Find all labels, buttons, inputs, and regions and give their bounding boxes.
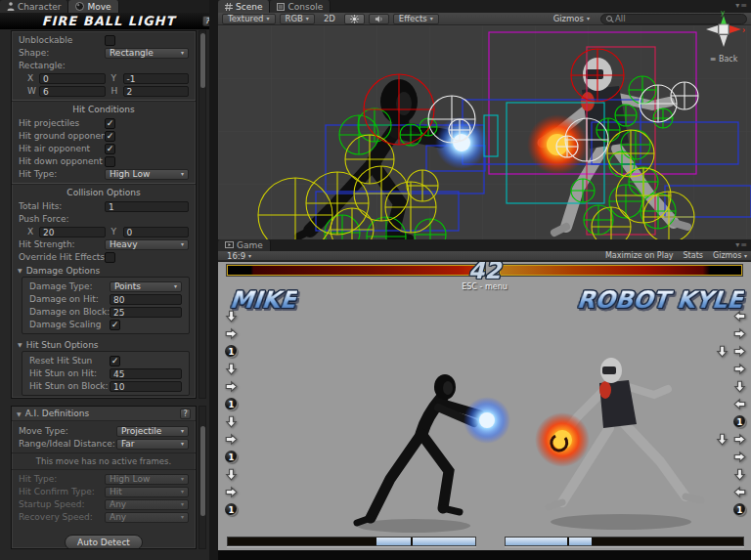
tab-game[interactable]: Game: [218, 239, 271, 251]
push-xy-row: X 20 Y 0: [12, 226, 196, 237]
game-pane: Game ▾≡ 16:9 ▾ Maximize on Play Stats Gi…: [218, 239, 751, 560]
forward-arrow-icon: [225, 486, 238, 498]
dropdown-caret-icon: ▾: [174, 283, 177, 289]
damage-on-hit-row: Damage on Hit: 80: [22, 293, 189, 305]
dropdown-caret-icon: ▾: [267, 16, 270, 22]
hit-type-dropdown[interactable]: High Low ▾: [105, 169, 189, 180]
button-1-icon: 1: [225, 451, 238, 463]
game-toolbar: 16:9 ▾ Maximize on Play Stats Gizmos ▾: [218, 251, 751, 261]
damage-scaling-checkbox[interactable]: ✓: [110, 320, 120, 330]
ai-definitions-header[interactable]: ▼ A.I. Definitions ?: [12, 407, 196, 421]
hit-stun-on-block-field[interactable]: 10: [110, 381, 182, 392]
ai-help-button[interactable]: ?: [180, 409, 191, 419]
input-history-row: [701, 345, 746, 358]
inspector-pane: Character Move FIRE BALL LIGHT ? Unblock…: [0, 0, 217, 560]
input-history-row: 1: [701, 415, 746, 428]
tab-move[interactable]: Move: [68, 0, 118, 13]
tab-console[interactable]: Console: [270, 0, 331, 13]
forward-arrow-icon: [733, 451, 746, 463]
hit-down-checkbox[interactable]: ✓: [105, 156, 115, 167]
hit-strength-dropdown[interactable]: Heavy ▾: [105, 239, 189, 250]
lighting-toggle[interactable]: [344, 14, 365, 24]
check-row: Hit down opponent ✓: [12, 155, 196, 167]
hit-stun-on-block-row: Hit Stun on Block: 10: [22, 380, 189, 392]
audio-toggle[interactable]: [369, 14, 389, 24]
scene-gizmos-dropdown[interactable]: Gizmos ▾: [549, 14, 595, 24]
range-dropdown[interactable]: Far ▾: [116, 439, 189, 450]
damage-options-foldout[interactable]: ▼ Damage Options: [12, 264, 196, 277]
forward-arrow-icon: [733, 363, 746, 375]
2d-toggle[interactable]: 2D: [319, 14, 340, 24]
maximize-on-play-toggle[interactable]: Maximize on Play: [605, 251, 674, 260]
dropdown-caret-icon: ▾: [181, 171, 184, 177]
speaker-icon: [375, 15, 383, 23]
gauge-bar-p2: [505, 537, 744, 546]
unblockable-checkbox[interactable]: ✓: [105, 35, 115, 46]
input-history-row: [225, 310, 270, 323]
tab-character[interactable]: Character: [0, 0, 68, 13]
reset-hit-stun-checkbox[interactable]: ✓: [110, 356, 120, 366]
projectile-settings-box: Unblockable ✓ Shape: Rectangle ▾ Rectang…: [11, 30, 197, 399]
forward-arrow-icon: [733, 345, 746, 358]
p2-input-column: 11: [701, 310, 746, 521]
hit-air-checkbox[interactable]: ✓: [105, 144, 115, 154]
total-hits-field[interactable]: 1: [105, 201, 189, 212]
dropdown-caret-icon: ▾: [744, 252, 747, 259]
search-value: All: [615, 14, 626, 23]
pane-divider: [209, 0, 218, 560]
game-viewport[interactable]: 42 ESC - menu MIKE ROBOT KYLE: [218, 262, 751, 550]
dropdown-caret-icon: ▾: [306, 16, 309, 22]
axis-view-label: Back: [719, 55, 737, 64]
sun-icon: [350, 15, 359, 23]
input-history-row: 1: [701, 503, 746, 516]
push-x-field[interactable]: 20: [39, 227, 106, 237]
move-type-dropdown[interactable]: Projectile ▾: [116, 426, 189, 437]
input-history-row: [701, 310, 746, 323]
damage-on-hit-field[interactable]: 80: [110, 294, 182, 305]
shape-dropdown[interactable]: Rectangle ▾: [105, 48, 189, 59]
render-mode-dropdown[interactable]: Textured ▾: [222, 14, 276, 24]
hit-stun-on-hit-row: Hit Stun on Hit: 45: [22, 367, 189, 379]
rect-y-field[interactable]: -1: [123, 73, 190, 84]
override-hit-effects-checkbox[interactable]: ✓: [105, 252, 115, 263]
down-arrow-icon: [716, 345, 729, 358]
inspector-scrollbar[interactable]: [199, 30, 206, 399]
hit-ground-checkbox[interactable]: ✓: [105, 131, 115, 142]
stats-toggle[interactable]: Stats: [684, 251, 703, 260]
rect-x-field[interactable]: 0: [39, 73, 106, 84]
dropdown-caret-icon: ▾: [181, 441, 184, 447]
hit-stun-options-foldout[interactable]: ▼ Hit Stun Options: [12, 338, 196, 351]
aspect-dropdown[interactable]: 16:9 ▾: [222, 250, 256, 261]
ai-scrollbar[interactable]: [199, 406, 206, 549]
effects-dropdown[interactable]: Effects ▾: [393, 14, 439, 24]
game-character-mike: [357, 374, 480, 523]
channel-dropdown[interactable]: RGB ▾: [280, 14, 315, 24]
scrollbar-thumb[interactable]: [200, 426, 205, 516]
hit-stun-on-hit-field[interactable]: 45: [110, 368, 182, 379]
auto-detect-button[interactable]: Auto Detect: [65, 535, 143, 549]
no-active-frames-note: This move has no active frames.: [12, 452, 196, 470]
rect-h-field[interactable]: 2: [123, 86, 190, 97]
move-title-bar: FIRE BALL LIGHT ?: [0, 13, 217, 29]
hit-projectiles-checkbox[interactable]: ✓: [105, 118, 115, 129]
damage-on-block-field[interactable]: 25: [110, 307, 182, 318]
ai-recovery-dropdown: Any ▾: [105, 512, 189, 523]
unblockable-label: Unblockable: [19, 35, 105, 45]
damage-type-dropdown[interactable]: Points ▾: [110, 281, 182, 292]
tab-scene[interactable]: Scene: [218, 0, 270, 13]
forward-arrow-icon: [225, 380, 238, 393]
dropdown-caret-icon: ▾: [248, 253, 251, 259]
pane-options-icon[interactable]: ▾≡: [735, 240, 748, 249]
scrollbar-thumb[interactable]: [200, 33, 205, 88]
rect-w-field[interactable]: 6: [39, 86, 106, 97]
input-history-row: [701, 451, 746, 463]
hit-stun-box: Reset Hit Stun ✓ Hit Stun on Hit: 45 Hit…: [22, 351, 190, 396]
check-row: Hit projectiles ✓: [12, 117, 196, 129]
shape-row: Shape: Rectangle ▾: [12, 47, 196, 59]
game-gizmos-dropdown[interactable]: Gizmos ▾: [713, 251, 747, 260]
scene-viewport[interactable]: [218, 25, 751, 239]
input-history-row: [701, 486, 746, 498]
foldout-icon: ▼: [18, 341, 22, 348]
scene-orientation-gizmo[interactable]: y x ≡ Back: [702, 8, 745, 63]
push-y-field[interactable]: 0: [123, 227, 190, 237]
